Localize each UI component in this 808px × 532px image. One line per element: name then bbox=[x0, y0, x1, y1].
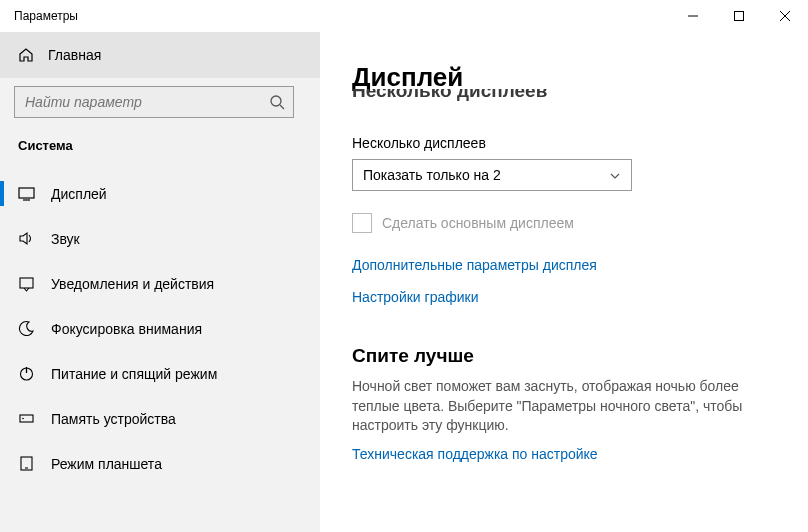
link-help-setup[interactable]: Техническая поддержка по настройке bbox=[352, 446, 776, 462]
svg-rect-8 bbox=[20, 278, 33, 288]
primary-display-checkbox-row: Сделать основным дисплеем bbox=[352, 213, 776, 233]
window-controls bbox=[670, 0, 808, 32]
sidebar-section-title: Система bbox=[0, 132, 320, 171]
sidebar-item-focus[interactable]: Фокусировка внимания bbox=[0, 306, 320, 351]
sidebar-item-label: Дисплей bbox=[51, 186, 107, 202]
minimize-button[interactable] bbox=[670, 0, 716, 32]
home-label: Главная bbox=[48, 47, 101, 63]
home-icon bbox=[18, 47, 34, 63]
sidebar-item-notifications[interactable]: Уведомления и действия bbox=[0, 261, 320, 306]
sidebar-item-sound[interactable]: Звук bbox=[0, 216, 320, 261]
sleep-better-text: Ночной свет поможет вам заснуть, отображ… bbox=[352, 377, 776, 436]
sidebar: Главная Система Дисплей Звук Уведомления… bbox=[0, 32, 320, 532]
multi-display-label: Несколько дисплеев bbox=[352, 135, 776, 151]
link-graphics-settings[interactable]: Настройки графики bbox=[352, 289, 776, 305]
sidebar-nav: Дисплей Звук Уведомления и действия Фоку… bbox=[0, 171, 320, 486]
search-input[interactable] bbox=[25, 94, 269, 110]
dropdown-value: Показать только на 2 bbox=[363, 167, 501, 183]
maximize-button[interactable] bbox=[716, 0, 762, 32]
svg-point-4 bbox=[271, 96, 281, 106]
search-input-wrap[interactable] bbox=[14, 86, 294, 118]
storage-icon bbox=[18, 410, 35, 427]
sidebar-item-label: Питание и спящий режим bbox=[51, 366, 217, 382]
sidebar-item-label: Фокусировка внимания bbox=[51, 321, 202, 337]
svg-rect-1 bbox=[735, 12, 744, 21]
titlebar: Параметры bbox=[0, 0, 808, 32]
svg-point-12 bbox=[22, 418, 24, 420]
tablet-icon bbox=[18, 455, 35, 472]
home-nav[interactable]: Главная bbox=[0, 32, 320, 78]
truncated-heading: Несколько дисплеев bbox=[352, 89, 776, 103]
sleep-better-heading: Спите лучше bbox=[352, 345, 776, 367]
sidebar-item-label: Память устройства bbox=[51, 411, 176, 427]
chevron-down-icon bbox=[609, 169, 621, 181]
svg-line-5 bbox=[280, 105, 284, 109]
power-icon bbox=[18, 365, 35, 382]
primary-display-label: Сделать основным дисплеем bbox=[382, 215, 574, 231]
sidebar-item-label: Режим планшета bbox=[51, 456, 162, 472]
window-title: Параметры bbox=[0, 9, 78, 23]
sidebar-item-label: Звук bbox=[51, 231, 80, 247]
display-icon bbox=[18, 185, 35, 202]
sidebar-item-tablet[interactable]: Режим планшета bbox=[0, 441, 320, 486]
sidebar-item-label: Уведомления и действия bbox=[51, 276, 214, 292]
link-advanced-display[interactable]: Дополнительные параметры дисплея bbox=[352, 257, 776, 273]
sidebar-item-power[interactable]: Питание и спящий режим bbox=[0, 351, 320, 396]
moon-icon bbox=[18, 320, 35, 337]
content-area: Дисплей Несколько дисплеев Несколько дис… bbox=[320, 32, 808, 532]
primary-display-checkbox[interactable] bbox=[352, 213, 372, 233]
close-button[interactable] bbox=[762, 0, 808, 32]
search-icon bbox=[269, 94, 285, 110]
sidebar-item-storage[interactable]: Память устройства bbox=[0, 396, 320, 441]
svg-rect-6 bbox=[19, 188, 34, 198]
svg-rect-11 bbox=[20, 415, 33, 422]
sound-icon bbox=[18, 230, 35, 247]
multi-display-dropdown[interactable]: Показать только на 2 bbox=[352, 159, 632, 191]
notifications-icon bbox=[18, 275, 35, 292]
sidebar-item-display[interactable]: Дисплей bbox=[0, 171, 320, 216]
